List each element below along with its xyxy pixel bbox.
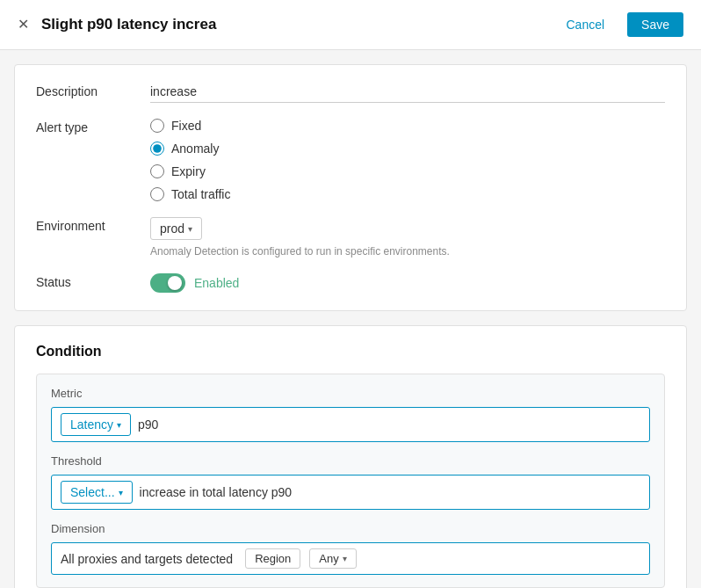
metric-dropdown-value: Latency: [70, 417, 113, 432]
chevron-down-icon: ▾: [188, 224, 192, 234]
condition-title: Condition: [36, 344, 665, 359]
toggle-track: [150, 273, 185, 293]
status-row: Status Enabled: [36, 273, 665, 293]
metric-value-text: p90: [138, 417, 158, 432]
radio-anomaly[interactable]: Anomaly: [150, 142, 665, 156]
status-value-label: Enabled: [194, 276, 239, 290]
alert-type-label: Alert type: [36, 119, 150, 134]
condition-panel: Condition Metric Latency ▾ p90 Threshold…: [14, 325, 687, 588]
header-actions: Cancel Save: [552, 12, 683, 37]
dimension-section: Dimension All proxies and targets detect…: [51, 522, 650, 575]
radio-total-traffic[interactable]: Total traffic: [150, 187, 665, 201]
description-input[interactable]: [150, 83, 665, 103]
radio-anomaly-input[interactable]: [150, 142, 164, 156]
header-title: Slight p90 latency increa: [41, 16, 216, 33]
cancel-button[interactable]: Cancel: [552, 12, 618, 37]
environment-value: prod: [160, 221, 184, 236]
environment-row: Environment prod ▾ Anomaly Detection is …: [36, 217, 665, 258]
threshold-section: Threshold Select... ▾ increase in total …: [51, 454, 650, 510]
radio-expiry-input[interactable]: [150, 164, 164, 178]
threshold-field-row: Select... ▾ increase in total latency p9…: [51, 475, 650, 510]
radio-total-traffic-input[interactable]: [150, 187, 164, 201]
header-left: ✕ Slight p90 latency increa: [18, 16, 216, 33]
close-icon[interactable]: ✕: [18, 18, 29, 32]
metric-field-row: Latency ▾ p90: [51, 407, 650, 442]
threshold-text: increase in total latency p90: [140, 485, 293, 499]
dimension-field-row: All proxies and targets detected Region …: [51, 542, 650, 575]
description-control: [150, 83, 665, 103]
radio-fixed[interactable]: Fixed: [150, 119, 665, 133]
main-form-panel: Description Alert type Fixed Anomaly Exp…: [14, 64, 687, 311]
save-button[interactable]: Save: [627, 12, 683, 37]
chevron-down-icon: ▾: [119, 488, 123, 497]
radio-fixed-label: Fixed: [171, 119, 201, 133]
description-label: Description: [36, 83, 150, 98]
metric-label: Metric: [51, 387, 650, 400]
header: ✕ Slight p90 latency increa Cancel Save: [0, 0, 701, 50]
environment-control: prod ▾ Anomaly Detection is configured t…: [150, 217, 665, 258]
threshold-label: Threshold: [51, 454, 650, 468]
radio-expiry-label: Expiry: [171, 164, 206, 178]
radio-total-traffic-label: Total traffic: [171, 187, 230, 201]
status-toggle[interactable]: [150, 273, 185, 293]
alert-type-radio-group: Fixed Anomaly Expiry Total traffic: [150, 119, 665, 201]
alert-type-control: Fixed Anomaly Expiry Total traffic: [150, 119, 665, 201]
chevron-down-icon: ▾: [117, 420, 121, 430]
dimension-label: Dimension: [51, 522, 650, 535]
threshold-dropdown-value: Select...: [70, 485, 115, 499]
dimension-text: All proxies and targets detected: [61, 552, 233, 566]
environment-dropdown[interactable]: prod ▾: [150, 217, 202, 240]
region-button[interactable]: Region: [245, 548, 300, 569]
toggle-row: Enabled: [150, 273, 665, 293]
condition-box: Metric Latency ▾ p90 Threshold Select...…: [36, 374, 665, 588]
any-dropdown-value: Any: [319, 552, 338, 565]
metric-dropdown[interactable]: Latency ▾: [61, 413, 131, 436]
description-row: Description: [36, 83, 665, 103]
status-label: Status: [36, 273, 150, 289]
environment-label: Environment: [36, 217, 150, 233]
toggle-thumb: [168, 276, 182, 290]
radio-anomaly-label: Anomaly: [171, 142, 219, 156]
alert-type-row: Alert type Fixed Anomaly Expiry Total tr…: [36, 119, 665, 201]
radio-fixed-input[interactable]: [150, 119, 164, 133]
radio-expiry[interactable]: Expiry: [150, 164, 665, 178]
chevron-down-icon: ▾: [343, 554, 347, 563]
metric-section: Metric Latency ▾ p90: [51, 387, 650, 442]
threshold-dropdown[interactable]: Select... ▾: [61, 481, 133, 504]
any-dropdown[interactable]: Any ▾: [309, 548, 356, 569]
status-control: Enabled: [150, 273, 665, 293]
environment-hint: Anomaly Detection is configured to run i…: [150, 245, 665, 258]
